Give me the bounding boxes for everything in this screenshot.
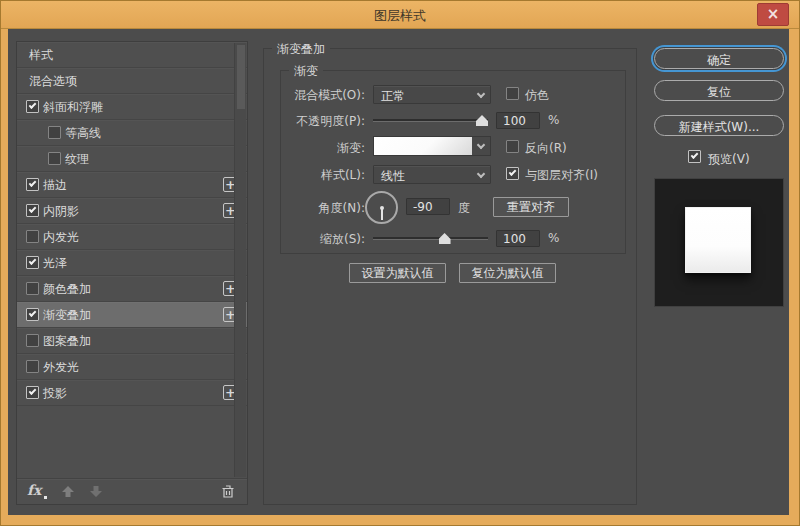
preview-checkbox[interactable]: [688, 150, 701, 163]
check-icon: [29, 179, 37, 187]
reset-button[interactable]: 复位: [654, 80, 784, 101]
effect-enable-checkbox[interactable]: [48, 152, 61, 165]
gradient-style-select[interactable]: 线性: [373, 165, 491, 184]
check-icon: [29, 257, 37, 265]
sidebar-item-label: 样式: [29, 47, 53, 64]
move-effect-up-button[interactable]: [61, 485, 75, 501]
opacity-slider-thumb[interactable]: [476, 115, 488, 126]
fx-menu-dot-icon: [44, 496, 47, 499]
effect-enable-checkbox[interactable]: [26, 308, 39, 321]
sidebar-item-label: 纹理: [65, 151, 89, 168]
blend-mode-label: 混合模式(O):: [281, 87, 365, 104]
fx-icon: fx: [27, 482, 41, 498]
opacity-input[interactable]: 100: [496, 112, 540, 129]
effect-enable-checkbox[interactable]: [26, 204, 39, 217]
close-button[interactable]: ×: [757, 3, 789, 26]
style-label: 样式(L):: [281, 167, 365, 184]
sidebar-item-label: 渐变叠加: [43, 307, 91, 324]
opacity-slider[interactable]: [373, 115, 488, 126]
panel-title: 渐变叠加: [272, 41, 330, 58]
check-icon: [29, 205, 37, 213]
dialog-content: 样式混合选项斜面和浮雕等高线纹理描边+内阴影+内发光光泽颜色叠加+渐变叠加+图案…: [8, 29, 789, 515]
sidebar-item-5[interactable]: 描边+: [17, 172, 247, 198]
style-preview-thumbnail: [654, 178, 784, 307]
sidebar-item-7[interactable]: 内发光: [17, 224, 247, 250]
sidebar-item-label: 内发光: [43, 229, 79, 246]
sidebar-item-3[interactable]: 等高线: [17, 120, 247, 146]
effect-enable-checkbox[interactable]: [26, 282, 39, 295]
scale-slider-thumb[interactable]: [439, 233, 451, 244]
angle-input[interactable]: -90: [406, 198, 450, 215]
sidebar-item-label: 描边: [43, 177, 67, 194]
check-icon: [509, 168, 517, 176]
sidebar-item-1[interactable]: 混合选项: [17, 68, 247, 94]
close-icon: ×: [767, 7, 780, 22]
sidebar-item-8[interactable]: 光泽: [17, 250, 247, 276]
blend-mode-value: 正常: [381, 88, 405, 105]
arrow-down-icon: [89, 485, 103, 498]
angle-dial[interactable]: [365, 191, 398, 224]
effect-enable-checkbox[interactable]: [26, 256, 39, 269]
effect-enable-checkbox[interactable]: [26, 230, 39, 243]
scale-slider[interactable]: [373, 233, 488, 244]
effect-enable-checkbox[interactable]: [26, 386, 39, 399]
arrow-up-icon: [61, 485, 75, 498]
effect-enable-checkbox[interactable]: [26, 334, 39, 347]
angle-unit: 度: [458, 200, 470, 217]
scale-input[interactable]: 100: [496, 230, 540, 247]
move-effect-down-button[interactable]: [89, 485, 103, 501]
sidebar-item-11[interactable]: 图案叠加: [17, 328, 247, 354]
check-icon: [29, 101, 37, 109]
sidebar-item-12[interactable]: 外发光: [17, 354, 247, 380]
sidebar-item-0[interactable]: 样式: [17, 42, 247, 68]
sidebar-scrollbar[interactable]: [234, 43, 246, 477]
align-with-layer-checkbox[interactable]: [506, 167, 519, 180]
scale-unit: %: [548, 231, 559, 245]
sidebar-item-label: 混合选项: [29, 73, 77, 90]
ok-button[interactable]: 确定: [654, 48, 784, 69]
scrollbar-thumb[interactable]: [237, 45, 245, 109]
gradient-style-value: 线性: [381, 168, 405, 185]
blend-mode-select[interactable]: 正常: [373, 85, 491, 104]
sidebar-item-6[interactable]: 内阴影+: [17, 198, 247, 224]
check-icon: [691, 151, 699, 159]
effect-enable-checkbox[interactable]: [26, 178, 39, 191]
titlebar[interactable]: 图层样式 ×: [1, 1, 799, 29]
delete-effect-button[interactable]: [221, 484, 235, 502]
sidebar-footer: fx: [17, 478, 247, 504]
trash-icon: [221, 484, 235, 499]
sidebar-item-label: 内阴影: [43, 203, 79, 220]
sidebar-item-4[interactable]: 纹理: [17, 146, 247, 172]
dither-checkbox[interactable]: [506, 87, 519, 100]
sidebar-item-13[interactable]: 投影+: [17, 380, 247, 406]
gradient-swatch[interactable]: [374, 137, 473, 155]
reset-alignment-button[interactable]: 重置对齐: [493, 197, 569, 217]
gradient-picker[interactable]: [373, 136, 491, 156]
sidebar-item-9[interactable]: 颜色叠加+: [17, 276, 247, 302]
reset-to-default-button[interactable]: 复位为默认值: [459, 263, 556, 283]
effect-enable-checkbox[interactable]: [26, 360, 39, 373]
scale-label: 缩放(S):: [281, 231, 365, 248]
fx-menu-button[interactable]: fx: [27, 482, 41, 498]
sidebar-item-2[interactable]: 斜面和浮雕: [17, 94, 247, 120]
gradient-label: 渐变:: [281, 140, 365, 157]
sidebar-item-10[interactable]: 渐变叠加+: [17, 302, 247, 328]
opacity-unit: %: [548, 113, 559, 127]
sidebar-item-label: 等高线: [65, 125, 101, 142]
angle-label: 角度(N):: [281, 200, 365, 217]
opacity-label: 不透明度(P):: [281, 113, 365, 130]
sidebar-item-label: 投影: [43, 385, 67, 402]
gradient-dropdown-strip[interactable]: [472, 137, 490, 155]
effect-enable-checkbox[interactable]: [26, 100, 39, 113]
gradient-group: 渐变 混合模式(O): 正常 仿色 不透明度(P): 100 % 渐: [280, 70, 626, 254]
reverse-checkbox[interactable]: [506, 140, 519, 153]
effect-enable-checkbox[interactable]: [48, 126, 61, 139]
scale-slider-track: [373, 237, 488, 239]
preview-label: 预览(V): [708, 151, 750, 168]
sidebar-item-label: 光泽: [43, 255, 67, 272]
sidebar-item-label: 颜色叠加: [43, 281, 91, 298]
dialog-title: 图层样式: [1, 7, 799, 25]
set-as-default-button[interactable]: 设置为默认值: [349, 263, 446, 283]
gradient-group-title: 渐变: [289, 63, 323, 80]
new-style-button[interactable]: 新建样式(W)...: [654, 115, 784, 136]
